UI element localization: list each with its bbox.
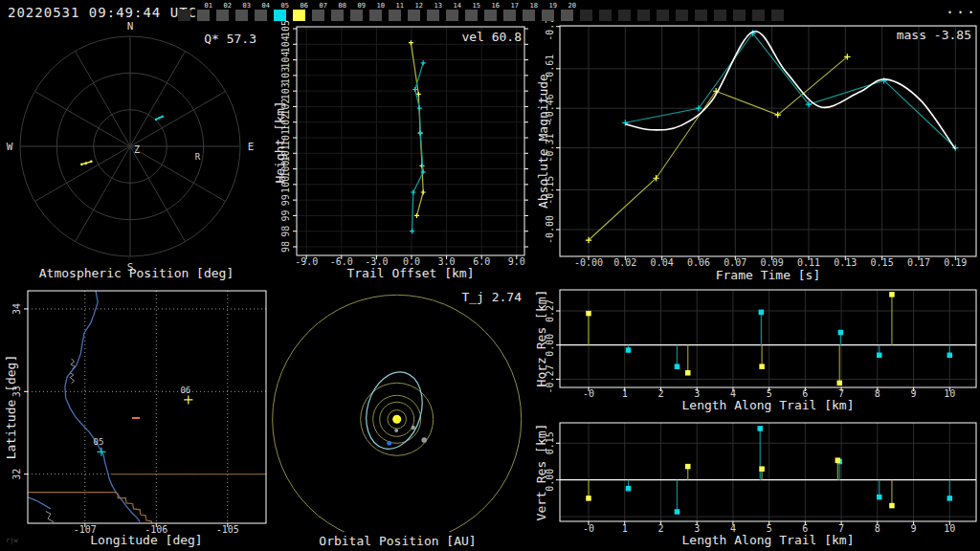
sequence-cell[interactable]: 13 xyxy=(427,10,439,21)
stem-marker xyxy=(889,292,895,298)
sequence-cell-label: 19 xyxy=(549,3,557,10)
sequence-cell[interactable] xyxy=(676,10,688,21)
sequence-cell[interactable]: 09 xyxy=(350,10,363,21)
planet-earth xyxy=(387,441,391,446)
sequence-cell[interactable] xyxy=(714,10,726,21)
sequence-cell-label: 06 xyxy=(301,3,308,10)
data-point-marker xyxy=(421,169,426,174)
sequence-cell[interactable]: 07 xyxy=(312,10,324,21)
sequence-cell[interactable]: 11 xyxy=(389,10,401,21)
streak-point xyxy=(90,161,93,164)
sequence-cell[interactable]: 01 xyxy=(197,10,210,21)
stem-marker xyxy=(586,311,591,317)
plot-frame xyxy=(28,291,266,523)
stem-marker xyxy=(759,466,765,472)
sequence-cell[interactable]: 03 xyxy=(235,10,248,21)
sequence-cell-label: 10 xyxy=(377,3,385,10)
sequence-cell[interactable] xyxy=(733,10,746,21)
stem-marker xyxy=(838,330,844,336)
sequence-cell[interactable] xyxy=(752,10,765,21)
plot-frame xyxy=(560,26,976,256)
border-line xyxy=(28,493,152,523)
zenith-label: Z xyxy=(134,144,140,155)
sequence-cell[interactable] xyxy=(599,10,612,21)
sequence-cell-label: 03 xyxy=(243,3,251,10)
sequence-cell[interactable]: 20 xyxy=(561,10,573,21)
sequence-cell-label: 09 xyxy=(358,3,366,10)
stem-marker xyxy=(757,426,763,431)
sequence-cell-label: 01 xyxy=(205,3,212,10)
sequence-cell-label: 13 xyxy=(434,3,442,10)
app-window: NESWZR-9.0-6.0-3.00.03.06.09.01051041041… xyxy=(0,0,980,551)
sequence-cell[interactable] xyxy=(178,10,190,21)
y-tick-label: 105 xyxy=(280,20,291,37)
longitude-axis-label: Longitude [deg] xyxy=(27,533,266,547)
station-marker xyxy=(184,395,192,404)
stem-marker xyxy=(626,347,632,353)
height-axis-label: Height [km] xyxy=(273,47,287,238)
sequence-cell[interactable] xyxy=(657,10,669,21)
x-tick-label: 0.06 xyxy=(687,257,710,268)
data-point-marker xyxy=(410,229,414,233)
sequence-cell-label: 20 xyxy=(568,3,576,10)
sequence-cell-label: 15 xyxy=(473,3,480,10)
data-point-marker xyxy=(421,60,426,65)
sequence-cell[interactable] xyxy=(618,10,631,21)
velocity-annotation: vel 60.8 xyxy=(426,30,522,44)
streak-point xyxy=(155,119,158,121)
magnitude-axis-label: Absolute Magnitude xyxy=(536,46,550,237)
sequence-cell[interactable]: 19 xyxy=(542,10,554,21)
radiant-label: R xyxy=(195,152,201,162)
x-tick-label: 0.15 xyxy=(871,257,894,268)
x-tick-label: 0.07 xyxy=(724,257,746,268)
sequence-cell[interactable]: 16 xyxy=(484,10,497,21)
sequence-cell-label: 08 xyxy=(339,3,346,10)
x-tick-label: 0.13 xyxy=(834,257,857,268)
overflow-menu[interactable]: ... xyxy=(946,0,977,17)
sequence-cell[interactable] xyxy=(580,10,592,21)
sequence-cell-label: 17 xyxy=(511,3,519,10)
sequence-cell[interactable]: 02 xyxy=(216,10,229,21)
x-tick-label: 0.11 xyxy=(797,257,820,268)
stem-marker xyxy=(626,486,632,492)
river-path-2 xyxy=(28,497,51,509)
sequence-cell[interactable]: 12 xyxy=(408,10,420,21)
sequence-cell[interactable]: 10 xyxy=(369,10,382,21)
sequence-cell-label: 07 xyxy=(320,3,327,10)
stem-marker xyxy=(877,353,882,359)
stem-marker xyxy=(947,496,953,501)
q-value-annotation: Q* 57.3 xyxy=(182,32,256,46)
stem-marker xyxy=(675,509,680,515)
station-marker xyxy=(97,448,105,456)
sequence-cell[interactable]: 17 xyxy=(503,10,516,21)
planet-mercury xyxy=(394,429,398,432)
sequence-cell[interactable] xyxy=(637,10,650,21)
plot-frame xyxy=(297,27,524,255)
x-tick-label: -0.00 xyxy=(574,257,603,268)
trail-offset-axis-label: Trail Offset [km] xyxy=(297,266,524,280)
sequence-cell[interactable]: 18 xyxy=(523,10,535,21)
station-label: 06 xyxy=(180,386,190,395)
sequence-cell[interactable]: 04 xyxy=(255,10,267,21)
stem-marker xyxy=(947,353,953,359)
sequence-cell[interactable] xyxy=(771,10,784,21)
length-along-trail-axis-label-2: Length Along Trail [km] xyxy=(560,533,976,547)
orbit-group xyxy=(273,295,522,543)
topbar-cells: 0102030405060708091011121314151617181920 xyxy=(178,3,791,21)
sequence-cell[interactable]: 08 xyxy=(331,10,344,21)
sequence-cell[interactable]: 06 xyxy=(293,10,305,21)
sequence-cell[interactable]: 15 xyxy=(465,10,478,21)
tisserand-annotation: T_j 2.74 xyxy=(450,290,522,304)
sequence-cell[interactable] xyxy=(695,10,707,21)
stem-marker xyxy=(877,495,882,500)
watermark: rjw xyxy=(6,537,18,544)
sequence-cell-label: 16 xyxy=(492,3,500,10)
stem-marker xyxy=(586,496,591,501)
sequence-cell[interactable]: 14 xyxy=(446,10,458,21)
sequence-cell[interactable]: 05 xyxy=(274,10,286,21)
x-tick-label: 0.04 xyxy=(651,257,674,268)
stem-marker xyxy=(685,464,691,470)
x-tick-label: 0.09 xyxy=(761,257,784,268)
streak-point xyxy=(161,115,164,118)
data-point-marker xyxy=(421,189,426,194)
